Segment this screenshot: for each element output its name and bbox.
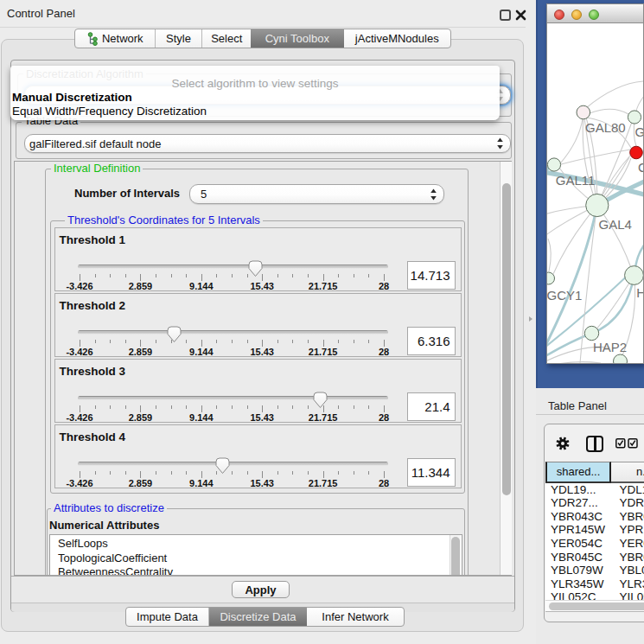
svg-text:GAL80: GAL80 bbox=[585, 120, 626, 135]
svg-text:C: C bbox=[638, 160, 643, 175]
svg-text:HAP2: HAP2 bbox=[593, 340, 627, 354]
svg-text:GAL4: GAL4 bbox=[599, 217, 632, 232]
svg-text:GA: GA bbox=[635, 124, 644, 139]
svg-text:H: H bbox=[636, 285, 643, 300]
svg-text:GAL11: GAL11 bbox=[556, 173, 596, 188]
svg-text:GCY1: GCY1 bbox=[547, 288, 582, 303]
